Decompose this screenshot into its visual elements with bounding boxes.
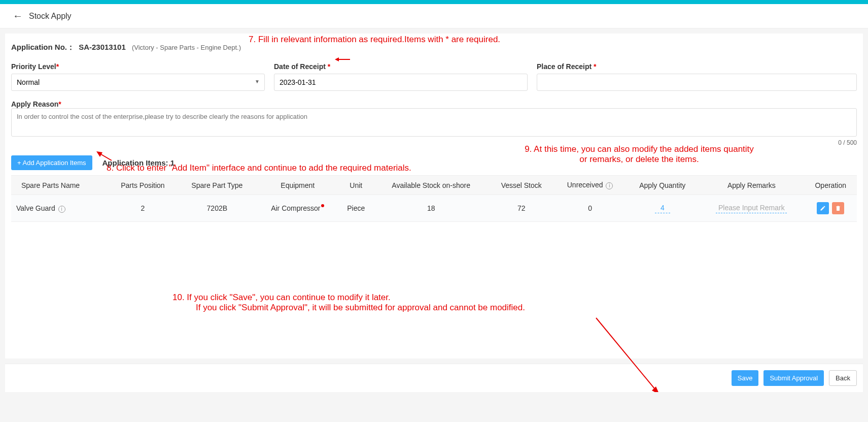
apply-reason-label: Apply Reason* bbox=[11, 100, 61, 108]
apply-qty-editable[interactable]: 4 bbox=[655, 204, 670, 213]
apply-remarks-editable[interactable]: Please Input Remark bbox=[716, 204, 787, 213]
cell-unreceived: 0 bbox=[554, 195, 626, 222]
form-row-1: Priority Level* Normal Date of Receipt *… bbox=[11, 62, 857, 91]
trash-icon bbox=[835, 205, 841, 211]
date-receipt-field: Date of Receipt * bbox=[274, 62, 528, 91]
th-equipment: Equipment bbox=[257, 176, 339, 195]
annotation-step7: 7. Fill in relevant information as requi… bbox=[249, 35, 500, 45]
th-apply-qty: Apply Quantity bbox=[626, 176, 699, 195]
svg-line-4 bbox=[596, 318, 657, 392]
back-button[interactable]: Back bbox=[829, 370, 857, 386]
cell-equipment: Air Compressor bbox=[257, 195, 339, 222]
svg-marker-1 bbox=[335, 57, 339, 61]
cell-type: 7202B bbox=[178, 195, 257, 222]
page-header: ← Stock Apply bbox=[0, 4, 868, 28]
th-apply-remarks: Apply Remarks bbox=[699, 176, 804, 195]
th-unit: Unit bbox=[339, 176, 373, 195]
delete-row-button[interactable] bbox=[832, 202, 844, 214]
pencil-icon bbox=[820, 205, 826, 211]
add-application-items-button[interactable]: + Add Application Items bbox=[11, 155, 92, 170]
top-accent-bar bbox=[0, 0, 868, 4]
apply-reason-textarea[interactable] bbox=[11, 108, 857, 137]
priority-label: Priority Level* bbox=[11, 62, 265, 71]
th-type: Spare Part Type bbox=[178, 176, 257, 195]
main-content: 7. Fill in relevant information as requi… bbox=[5, 34, 863, 359]
th-vessel-stock: Vessel Stock bbox=[489, 176, 554, 195]
edit-row-button[interactable] bbox=[817, 202, 829, 214]
apply-reason-field: Apply Reason* 0 / 500 bbox=[11, 100, 857, 146]
application-items-count: Application Items: 1 bbox=[102, 158, 175, 167]
date-receipt-label: Date of Receipt * bbox=[274, 62, 528, 71]
cell-apply-remarks: Please Input Remark bbox=[699, 195, 804, 222]
submit-approval-button[interactable]: Submit Approval bbox=[763, 370, 824, 386]
cell-avail-shore: 18 bbox=[373, 195, 489, 222]
cell-unit: Piece bbox=[339, 195, 373, 222]
cell-position: 2 bbox=[108, 195, 178, 222]
priority-field: Priority Level* Normal bbox=[11, 62, 265, 91]
priority-select[interactable]: Normal bbox=[11, 74, 265, 91]
cell-operation bbox=[804, 195, 857, 222]
info-icon: i bbox=[606, 182, 613, 189]
th-avail-shore: Available Stock on-shore bbox=[373, 176, 489, 195]
table-row: Valve Guard i 2 7202B Air Compressor Pie… bbox=[11, 195, 857, 222]
cell-spare-name: Valve Guard i bbox=[11, 195, 108, 222]
th-operation: Operation bbox=[804, 176, 857, 195]
save-button[interactable]: Save bbox=[732, 370, 759, 386]
application-no-label: Application No.： bbox=[11, 43, 75, 51]
required-dot-icon bbox=[321, 204, 324, 207]
items-table: Spare Parts Name Parts Position Spare Pa… bbox=[11, 175, 857, 222]
items-toolbar: + Add Application Items Application Item… bbox=[11, 155, 857, 170]
th-position: Parts Position bbox=[108, 176, 178, 195]
info-icon[interactable]: i bbox=[58, 206, 65, 213]
th-unreceived: Unreceived i bbox=[554, 176, 626, 195]
back-arrow-icon[interactable]: ← bbox=[13, 10, 23, 22]
application-no-value: SA-23013101 bbox=[79, 43, 126, 51]
page-title: Stock Apply bbox=[29, 12, 72, 21]
annotation-arrow-7 bbox=[335, 56, 350, 62]
place-receipt-input[interactable] bbox=[537, 74, 857, 91]
th-spare-name: Spare Parts Name bbox=[11, 176, 108, 195]
cell-apply-qty: 4 bbox=[626, 195, 699, 222]
table-header-row: Spare Parts Name Parts Position Spare Pa… bbox=[11, 176, 857, 195]
footer-actions: Save Submit Approval Back bbox=[5, 364, 863, 392]
cell-vessel-stock: 72 bbox=[489, 195, 554, 222]
place-receipt-label: Place of Receipt * bbox=[537, 62, 857, 71]
application-context: (Victory - Spare Parts - Engine Dept.) bbox=[132, 44, 241, 51]
place-receipt-field: Place of Receipt * bbox=[537, 62, 857, 91]
annotation-arrow-submit bbox=[594, 315, 665, 392]
date-receipt-input[interactable] bbox=[274, 74, 528, 91]
annotation-step10: 10. If you click "Save", you can continu… bbox=[172, 293, 525, 313]
